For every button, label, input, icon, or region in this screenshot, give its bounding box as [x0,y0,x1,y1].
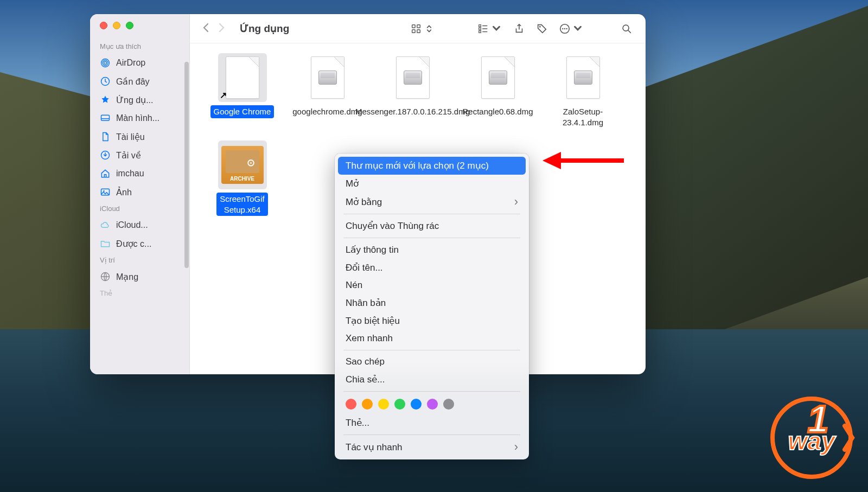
sidebar-scrollbar[interactable] [184,62,189,268]
ctx-copy[interactable]: Sao chép [338,353,526,370]
svg-point-19 [564,28,565,29]
sidebar-item-documents[interactable]: Tài liệu [90,127,189,146]
ctx-quicklook[interactable]: Xem nhanh [338,330,526,347]
shared-folder-icon [100,238,111,249]
more-button[interactable] [556,23,587,35]
sidebar-item-pictures[interactable]: Ảnh [90,183,189,201]
download-icon [100,150,111,161]
file-item[interactable]: ↗ Google Chrome [203,53,282,129]
svg-point-18 [562,28,563,29]
sidebar-section-favorites: Mục ưa thích [90,39,189,54]
ctx-get-info[interactable]: Lấy thông tin [338,241,526,259]
sidebar-item-downloads[interactable]: Tải về [90,146,189,164]
chevron-updown-icon [423,23,435,35]
sidebar-item-recent[interactable]: Gần đây [90,72,189,91]
ctx-quick-actions[interactable]: Tác vụ nhanh [338,438,526,456]
archive-text: ARCHIVE [230,176,254,182]
tag-color-gray[interactable] [443,399,454,410]
maximize-button[interactable] [126,22,133,29]
ctx-label: Chuyển vào Thùng rác [346,220,439,232]
dmg-icon [559,53,608,102]
ctx-compress[interactable]: Nén [338,277,526,294]
ctx-new-folder[interactable]: Thư mục mới với lựa chọn (2 mục) [338,157,526,175]
sidebar-item-icloud[interactable]: iCloud... [90,216,189,234]
ctx-label: Tạo biệt hiệu [346,315,400,327]
ctx-tag-colors [338,394,526,414]
svg-text:1: 1 [808,398,829,440]
sidebar-item-network[interactable]: Mạng [90,267,189,286]
archive-icon: ARCHIVE [218,140,267,189]
svg-rect-15 [479,30,481,33]
ctx-alias[interactable]: Tạo biệt hiệu [338,312,526,330]
chevron-down-icon [572,23,584,35]
network-icon [100,271,111,282]
sidebar-item-shared[interactable]: Được c... [90,234,189,253]
forward-button[interactable] [215,21,228,36]
ctx-label: Thẻ... [346,417,369,429]
ctx-label: Nén [346,280,362,291]
file-label: Messenger.187.0.0.16.215.dmg [352,105,473,118]
ctx-tags[interactable]: Thẻ... [338,414,526,432]
file-item[interactable]: ARCHIVE ScreenToGif Setup.x64 [203,140,282,216]
tag-color-red[interactable] [346,399,356,410]
sidebar-item-label: Gần đây [116,76,150,87]
document-alias-icon: ↗ [218,53,267,102]
window-title: Ứng dụng [240,22,289,35]
tag-color-blue[interactable] [411,399,422,410]
search-button[interactable] [617,23,636,35]
svg-rect-12 [417,29,420,33]
svg-rect-9 [412,24,416,28]
airdrop-icon [100,57,111,68]
ctx-label: Lấy thông tin [346,244,399,255]
back-button[interactable] [200,21,213,36]
ctx-separator [343,350,520,350]
home-icon [100,168,111,179]
svg-rect-13 [479,24,481,27]
ctx-open-with[interactable]: Mở bằng [338,193,526,211]
minimize-button[interactable] [113,22,120,29]
desktop-icon [100,113,111,124]
group-by-button[interactable] [474,23,506,35]
ctx-separator [343,435,520,435]
tag-color-yellow[interactable] [378,399,389,410]
toolbar: Ứng dụng [190,14,646,43]
file-label: ZaloSetup-23.4.1.dmg [544,105,622,129]
ctx-label: Sao chép [346,356,385,367]
file-item[interactable]: Messenger.187.0.0.16.215.dmg [373,53,452,129]
sidebar-section-icloud: iCloud [90,201,189,216]
dmg-icon [388,53,437,102]
sidebar-item-desktop[interactable]: Màn hình... [90,109,189,127]
watermark-logo: way 1 [768,394,855,481]
cloud-icon [100,220,111,231]
chevron-down-icon [490,23,502,35]
svg-point-1 [103,60,108,66]
tag-color-orange[interactable] [362,399,373,410]
file-item[interactable]: ZaloSetup-23.4.1.dmg [544,53,622,129]
ctx-open[interactable]: Mở [338,175,526,193]
share-button[interactable] [510,23,528,35]
tag-color-purple[interactable] [427,399,438,410]
sidebar-item-label: Được c... [116,239,151,249]
sidebar-item-home[interactable]: imchau [90,164,189,183]
ctx-label: Thư mục mới với lựa chọn (2 mục) [346,160,489,171]
ctx-label: Xem nhanh [346,333,393,344]
pictures-icon [100,187,111,197]
ctx-label: Tác vụ nhanh [346,442,403,453]
ctx-duplicate[interactable]: Nhân bản [338,294,526,312]
sidebar: Mục ưa thích AirDrop Gần đây Ứng dụ... M… [90,14,190,374]
close-button[interactable] [100,22,107,29]
sidebar-item-airdrop[interactable]: AirDrop [90,54,189,72]
ctx-share[interactable]: Chia sẻ... [338,370,526,388]
sidebar-item-label: Ứng dụ... [116,95,153,105]
ctx-rename[interactable]: Đổi tên... [338,259,526,277]
tag-color-green[interactable] [394,399,405,410]
tags-button[interactable] [533,23,551,35]
ctx-trash[interactable]: Chuyển vào Thùng rác [338,217,526,235]
file-item[interactable]: Rectangle0.68.dmg [458,53,537,129]
sidebar-item-label: Màn hình... [116,113,159,123]
ctx-separator [343,214,520,214]
sidebar-item-applications[interactable]: Ứng dụ... [90,91,189,109]
svg-rect-14 [479,28,481,30]
view-mode-button[interactable] [407,23,438,35]
window-controls [90,22,189,39]
